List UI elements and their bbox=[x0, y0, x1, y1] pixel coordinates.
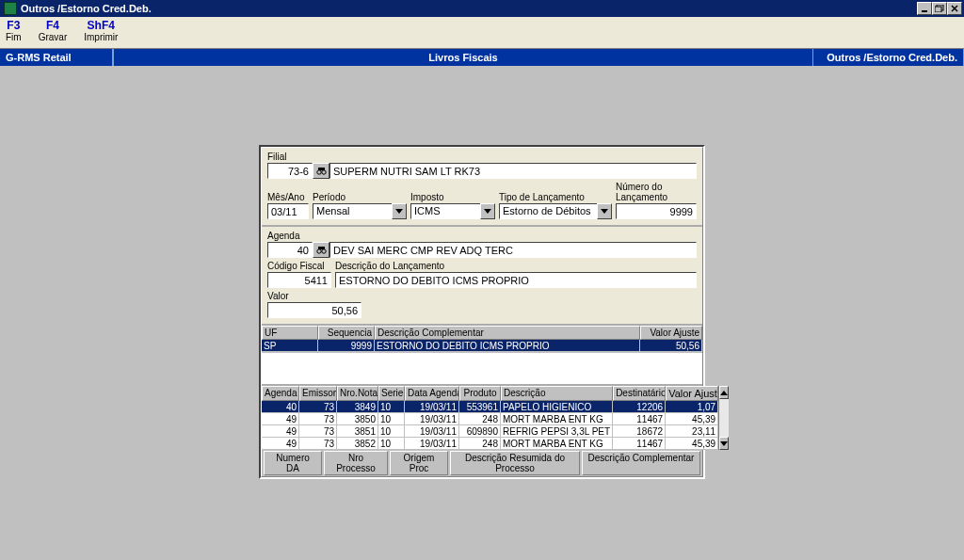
svg-marker-15 bbox=[720, 441, 728, 446]
svg-marker-10 bbox=[601, 209, 608, 214]
col-descricao: Descrição bbox=[501, 386, 613, 401]
descricao-lanc-input[interactable] bbox=[335, 272, 697, 288]
section-filial: Filial Mês/Ano Período bbox=[262, 148, 702, 225]
tab-descricao-complementar[interactable]: Descrição Complementar bbox=[582, 451, 700, 475]
tab-numero-da[interactable]: Numero DA bbox=[264, 451, 322, 475]
periodo-label: Período bbox=[313, 192, 407, 202]
table-row[interactable]: 497338501019/03/11248MORT MARBA ENT KG11… bbox=[262, 413, 718, 425]
descricao-lanc-label: Descrição do Lançamento bbox=[335, 261, 697, 271]
col-data-agenda: Data Agenda bbox=[405, 386, 459, 401]
menu-item-gravar[interactable]: F4 Gravar bbox=[39, 19, 68, 42]
chevron-down-icon bbox=[480, 203, 495, 219]
minimize-button[interactable] bbox=[917, 2, 932, 15]
table-row[interactable]: 407338491019/03/11553961PAPELO HIGIENICO… bbox=[262, 401, 718, 413]
svg-marker-14 bbox=[720, 391, 728, 395]
chevron-down-icon bbox=[392, 203, 407, 219]
window-title: Outros /Estorno Cred.Deb. bbox=[21, 3, 152, 14]
col-sequencia: Sequencia bbox=[318, 326, 375, 340]
table-row[interactable]: 497338521019/03/11248MORT MARBA ENT KG11… bbox=[262, 438, 718, 450]
scroll-up-button[interactable] bbox=[719, 386, 729, 399]
periodo-dropdown[interactable]: Mensal bbox=[313, 203, 407, 219]
agenda-codigo-input[interactable] bbox=[267, 242, 313, 258]
scroll-down-button[interactable] bbox=[719, 437, 729, 450]
tab-descricao-resumida[interactable]: Descrição Resumida do Processo bbox=[450, 451, 580, 475]
imposto-dropdown[interactable]: ICMS bbox=[410, 203, 495, 219]
svg-point-6 bbox=[322, 169, 326, 173]
section-grid-ajuste: UF Sequencia Descrição Complementar Valo… bbox=[262, 324, 702, 384]
title-bar: Outros /Estorno Cred.Deb. bbox=[0, 0, 964, 17]
header-center: Livros Fiscais bbox=[113, 49, 813, 66]
tipo-dropdown[interactable]: Estorno de Débitos bbox=[499, 203, 612, 219]
svg-point-11 bbox=[317, 248, 321, 252]
col-emissor: Emissor bbox=[299, 386, 337, 401]
grid-ajuste[interactable]: UF Sequencia Descrição Complementar Valo… bbox=[262, 326, 702, 384]
numero-input[interactable] bbox=[616, 203, 697, 219]
svg-rect-7 bbox=[318, 168, 325, 170]
agenda-label: Agenda bbox=[267, 231, 697, 241]
bottom-tabs: Numero DA Nro Processo Origem Proc Descr… bbox=[262, 450, 702, 476]
filial-lookup-button[interactable] bbox=[313, 163, 329, 179]
tab-nro-processo[interactable]: Nro Processo bbox=[324, 451, 388, 475]
svg-point-12 bbox=[322, 248, 326, 252]
header-bar: G-RMS Retail Livros Fiscais Outros /Esto… bbox=[0, 49, 964, 66]
section-agenda: Agenda Código Fiscal De bbox=[262, 225, 702, 324]
col-serie: Serie bbox=[378, 386, 405, 401]
col-valor-ajuste-2: Valor Ajuste ▲ bbox=[666, 386, 718, 401]
restore-button[interactable] bbox=[932, 2, 947, 15]
agenda-lookup-button[interactable] bbox=[313, 242, 329, 258]
binoculars-icon bbox=[315, 166, 327, 177]
svg-rect-0 bbox=[922, 10, 927, 12]
filial-label: Filial bbox=[267, 152, 697, 162]
valor-label: Valor bbox=[267, 291, 362, 301]
col-produto: Produto bbox=[459, 386, 501, 401]
table-row[interactable]: 497338511019/03/11609890REFRIG PEPSI 3,3… bbox=[262, 425, 718, 438]
section-grid-notas: Agenda Emissor Nro.Nota Serie Data Agend… bbox=[262, 384, 702, 476]
svg-rect-13 bbox=[318, 247, 325, 249]
work-area: Filial Mês/Ano Período bbox=[0, 66, 964, 560]
col-destinatario: Destinatário bbox=[613, 386, 666, 401]
agenda-desc bbox=[329, 242, 697, 258]
header-left: G-RMS Retail bbox=[0, 49, 113, 66]
binoculars-icon bbox=[315, 245, 327, 256]
svg-marker-9 bbox=[484, 209, 491, 214]
header-right: Outros /Estorno Cred.Deb. bbox=[813, 49, 964, 66]
filial-desc bbox=[329, 163, 697, 179]
col-agenda: Agenda bbox=[262, 386, 299, 401]
numero-label: Número do Lançamento bbox=[616, 182, 697, 202]
mesano-input[interactable] bbox=[267, 203, 309, 219]
tipo-label: Tipo de Lançamento bbox=[499, 192, 612, 202]
table-row[interactable]: SP9999ESTORNO DO DEBITO ICMS PROPRIO50,5… bbox=[262, 340, 702, 352]
tab-origem-proc[interactable]: Origem Proc bbox=[390, 451, 448, 475]
grid-empty-area bbox=[262, 352, 702, 384]
window-buttons bbox=[917, 2, 962, 15]
grid-notas[interactable]: Agenda Emissor Nro.Nota Serie Data Agend… bbox=[262, 386, 718, 450]
col-uf: UF bbox=[262, 326, 318, 340]
svg-rect-2 bbox=[935, 7, 941, 12]
menu-bar: F3 Fim F4 Gravar ShF4 Imprimir bbox=[0, 17, 964, 49]
app-icon bbox=[4, 2, 17, 15]
col-desc-complementar: Descrição Complementar bbox=[375, 326, 640, 340]
col-valor-ajuste: Valor Ajuste bbox=[640, 326, 702, 340]
col-nro-nota: Nro.Nota bbox=[337, 386, 378, 401]
svg-point-5 bbox=[317, 169, 321, 173]
filial-codigo-input[interactable] bbox=[267, 163, 313, 179]
menu-item-fim[interactable]: F3 Fim bbox=[6, 19, 22, 42]
chevron-down-icon bbox=[597, 203, 612, 219]
valor-input[interactable] bbox=[267, 302, 362, 318]
main-panel: Filial Mês/Ano Período bbox=[259, 145, 705, 479]
imposto-label: Imposto bbox=[410, 192, 495, 202]
grid-notas-scrollbar[interactable] bbox=[718, 386, 729, 450]
close-button[interactable] bbox=[947, 2, 962, 15]
codigo-fiscal-label: Código Fiscal bbox=[267, 261, 331, 271]
codigo-fiscal-input[interactable] bbox=[267, 272, 331, 288]
svg-marker-8 bbox=[395, 209, 403, 214]
menu-item-imprimir[interactable]: ShF4 Imprimir bbox=[84, 19, 118, 42]
scroll-track[interactable] bbox=[719, 399, 729, 437]
mesano-label: Mês/Ano bbox=[267, 192, 309, 202]
